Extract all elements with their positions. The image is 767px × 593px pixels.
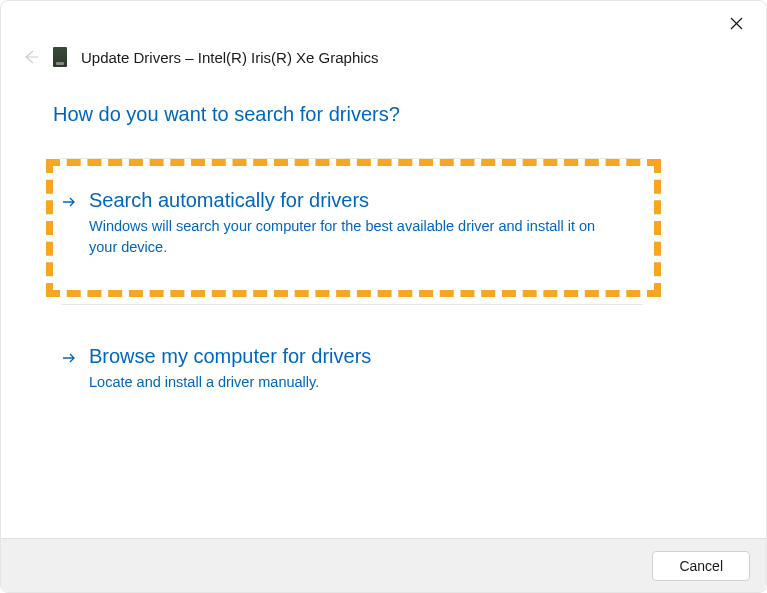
option-title: Browse my computer for drivers: [89, 345, 694, 368]
back-button[interactable]: [23, 49, 39, 65]
title-bar: [1, 1, 766, 39]
option-search-automatically[interactable]: Search automatically for drivers Windows…: [61, 158, 643, 305]
option-text-group: Browse my computer for drivers Locate an…: [89, 345, 694, 393]
arrow-right-icon: [61, 194, 77, 210]
option-text-group: Search automatically for drivers Windows…: [89, 189, 623, 258]
header-row: Update Drivers – Intel(R) Iris(R) Xe Gra…: [1, 39, 766, 67]
footer-bar: Cancel: [1, 538, 766, 592]
option-description: Windows will search your computer for th…: [89, 216, 623, 258]
option-title: Search automatically for drivers: [89, 189, 623, 212]
close-button[interactable]: [724, 11, 748, 35]
page-heading: How do you want to search for drivers?: [53, 103, 714, 126]
option-description: Locate and install a driver manually.: [89, 372, 694, 393]
device-icon: [53, 47, 67, 67]
cancel-button[interactable]: Cancel: [652, 551, 750, 581]
content-area: How do you want to search for drivers? S…: [1, 67, 766, 538]
back-arrow-icon: [23, 49, 39, 65]
options-list: Search automatically for drivers Windows…: [61, 158, 714, 417]
update-drivers-window: Update Drivers – Intel(R) Iris(R) Xe Gra…: [0, 0, 767, 593]
option-browse-computer[interactable]: Browse my computer for drivers Locate an…: [61, 327, 714, 417]
arrow-right-icon: [61, 350, 77, 366]
close-icon: [730, 17, 743, 30]
window-title: Update Drivers – Intel(R) Iris(R) Xe Gra…: [81, 49, 379, 66]
